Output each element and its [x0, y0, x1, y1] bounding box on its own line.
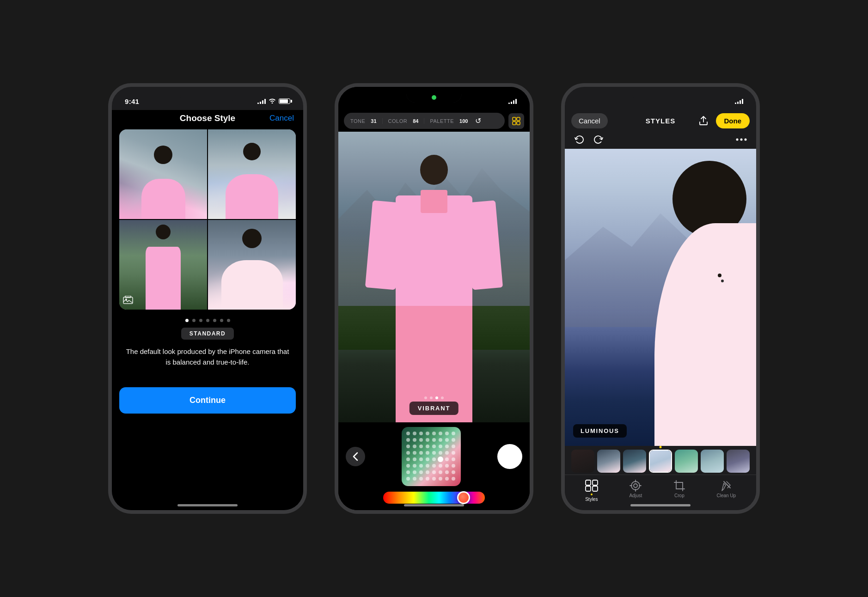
tab-styles[interactable]: Styles: [585, 480, 598, 502]
luminous-photo-area[interactable]: LUMINOUS: [565, 149, 756, 446]
svg-point-8: [413, 432, 416, 435]
status-icons-2: [508, 98, 517, 104]
svg-point-17: [419, 438, 423, 442]
grid-photo-3[interactable]: [119, 220, 207, 310]
color-palette[interactable]: [402, 427, 461, 486]
photo-page-dots: [424, 396, 444, 399]
phone-1: 9:41 Choose Style Cancel: [108, 83, 307, 514]
cleanup-tab-icon: [720, 480, 732, 492]
adjust-tab-icon: [630, 480, 642, 492]
svg-point-26: [426, 445, 429, 448]
active-indicator: [432, 95, 436, 100]
status-icons-3: [735, 98, 743, 104]
color-preview-circle[interactable]: [497, 444, 522, 469]
svg-point-30: [452, 445, 455, 448]
svg-point-20: [439, 438, 442, 442]
svg-point-65: [419, 477, 423, 481]
style-thumb-3[interactable]: [623, 450, 646, 473]
luminous-label: LUMINOUS: [573, 424, 627, 438]
svg-point-63: [406, 477, 410, 481]
photo-grid[interactable]: [119, 129, 296, 310]
crop-tab-icon: [673, 480, 685, 492]
svg-point-53: [445, 464, 449, 468]
svg-point-10: [426, 432, 429, 435]
svg-point-48: [413, 464, 416, 468]
svg-point-52: [439, 464, 442, 468]
grid-photo-1[interactable]: [119, 129, 207, 219]
svg-point-28: [439, 445, 442, 448]
svg-point-69: [445, 477, 449, 481]
signal-icon-3: [735, 98, 743, 104]
adjustment-pill: TONE 31 COLOR 84 PALETTE 100 ↺: [344, 113, 505, 129]
grid-photo-2[interactable]: [208, 129, 296, 219]
signal-icon-2: [508, 98, 517, 104]
tool-buttons: [565, 130, 756, 149]
cancel-button-3[interactable]: Cancel: [571, 113, 608, 128]
reset-icon[interactable]: ↺: [475, 116, 481, 125]
done-button[interactable]: Done: [716, 113, 750, 128]
svg-point-33: [419, 451, 423, 455]
svg-point-22: [452, 438, 455, 442]
tab-adjust[interactable]: Adjust: [629, 480, 642, 502]
style-thumb-1[interactable]: [571, 450, 594, 473]
styles-tab-icon: [585, 480, 598, 492]
svg-point-19: [432, 438, 436, 442]
color-value: 84: [413, 118, 418, 124]
svg-point-37: [445, 451, 449, 455]
svg-point-70: [452, 477, 455, 481]
svg-point-60: [439, 470, 442, 474]
svg-rect-74: [586, 480, 591, 485]
svg-point-55: [406, 470, 410, 474]
svg-point-12: [439, 432, 442, 435]
phone2-content: TONE 31 COLOR 84 PALETTE 100 ↺: [338, 110, 530, 510]
tone-label: TONE: [350, 118, 365, 124]
style-thumb-7[interactable]: [727, 450, 750, 473]
page-indicator: [119, 319, 296, 322]
cancel-button[interactable]: Cancel: [269, 114, 294, 123]
svg-point-31: [406, 451, 410, 455]
status-icons: [257, 97, 290, 105]
svg-point-68: [439, 477, 442, 481]
svg-point-38: [452, 451, 455, 455]
svg-point-27: [432, 445, 436, 448]
grid-photo-4[interactable]: [208, 220, 296, 310]
adjustment-toolbar: TONE 31 COLOR 84 PALETTE 100 ↺: [338, 110, 530, 132]
style-thumb-2[interactable]: [597, 450, 620, 473]
back-button[interactable]: [346, 447, 365, 466]
undo-button[interactable]: [571, 131, 588, 148]
tab-cleanup-label: Clean Up: [716, 493, 736, 498]
tab-adjust-label: Adjust: [629, 493, 642, 498]
share-icon[interactable]: [696, 113, 711, 128]
hue-thumb[interactable]: [457, 491, 470, 504]
home-indicator-1: [177, 504, 238, 506]
svg-point-16: [413, 438, 416, 442]
redo-button[interactable]: [590, 131, 606, 148]
svg-point-51: [432, 464, 436, 468]
continue-button[interactable]: Continue: [119, 387, 296, 414]
style-thumb-5[interactable]: [675, 450, 698, 473]
style-thumb-6[interactable]: [701, 450, 724, 473]
tone-value: 31: [371, 118, 376, 124]
carousel-indicator-dot: [660, 446, 662, 448]
svg-point-11: [432, 432, 436, 435]
svg-point-40: [413, 457, 416, 461]
grid-view-button[interactable]: [508, 113, 524, 129]
phone3-content: Cancel STYLES Done: [565, 110, 756, 510]
wifi-icon: [269, 97, 276, 105]
styles-carousel: [565, 446, 756, 475]
hue-slider[interactable]: [383, 492, 485, 504]
svg-point-79: [634, 484, 637, 487]
svg-point-58: [426, 470, 429, 474]
selected-color-dot[interactable]: [438, 457, 443, 462]
svg-rect-3: [513, 117, 516, 121]
svg-point-41: [419, 457, 423, 461]
svg-point-36: [439, 451, 442, 455]
tab-crop-label: Crop: [674, 493, 685, 498]
tab-cleanup[interactable]: Clean Up: [716, 480, 736, 502]
more-options-button[interactable]: [733, 131, 750, 148]
style-description: The default look produced by the iPhone …: [119, 346, 296, 368]
svg-point-78: [631, 481, 640, 490]
main-photo-area[interactable]: VIBRANT: [338, 132, 530, 422]
tab-crop[interactable]: Crop: [673, 480, 685, 502]
style-thumb-4-selected[interactable]: [649, 450, 672, 473]
